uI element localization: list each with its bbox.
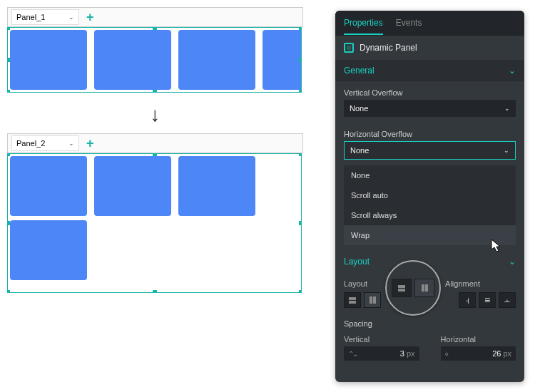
panel2-item[interactable] (10, 220, 87, 280)
panel2-item[interactable] (178, 156, 255, 216)
add-panel-button[interactable]: + (86, 12, 94, 22)
alignment-label: Alignment (445, 279, 480, 288)
layout-horizontal-button[interactable] (364, 292, 381, 308)
add-panel-button[interactable]: + (86, 138, 94, 148)
chevron-down-icon: ⌄ (68, 140, 74, 147)
dropdown-option-scroll-always[interactable]: Scroll always (344, 205, 516, 225)
tabs: Properties Events (335, 11, 524, 36)
properties-panel: Properties Events Dynamic Panel General … (335, 11, 524, 382)
panel2-header: Panel_2 ⌄ + (7, 133, 303, 153)
component-header: Dynamic Panel (335, 36, 524, 60)
panel1-item[interactable] (263, 30, 302, 90)
unit-label: px (407, 349, 415, 358)
chevron-down-icon: ⌄ (504, 105, 510, 112)
spacing-label: Spacing (344, 312, 516, 331)
arrow-down-icon: ↓ (7, 103, 303, 126)
align-middle-button[interactable]: ≡ (479, 292, 496, 308)
arrows-lr-icon: ‹ › (445, 350, 447, 358)
align-top-button[interactable]: ⫞ (459, 292, 476, 308)
h-overflow-dropdown: None Scroll auto Scroll always Wrap (344, 165, 516, 245)
section-layout-label: Layout (344, 257, 370, 267)
stepper-icon: ⌃⌄ (348, 350, 357, 358)
v-overflow-select[interactable]: None ⌄ (344, 100, 516, 117)
layout-vertical-button[interactable] (344, 292, 361, 308)
panel1-selection[interactable] (7, 27, 302, 93)
dropdown-option-wrap[interactable]: Wrap (344, 225, 516, 245)
chevron-down-icon: ⌄ (504, 147, 509, 154)
spacing-vertical-value: 3 (400, 349, 404, 358)
tab-properties[interactable]: Properties (344, 11, 383, 35)
panel1-select[interactable]: Panel_1 ⌄ (11, 9, 79, 25)
chevron-down-icon: ⌄ (68, 14, 74, 21)
chevron-down-icon: ⌄ (509, 257, 516, 267)
canvas-area: Panel_1 ⌄ + ↓ Panel_2 ⌄ + (7, 7, 314, 293)
spacing-horizontal-value: 26 (492, 349, 501, 358)
h-overflow-label: Horizontal Overflow (335, 123, 524, 141)
dropdown-option-scroll-auto[interactable]: Scroll auto (344, 185, 516, 205)
panel2-item[interactable] (94, 156, 171, 216)
spacing-vertical-input[interactable]: ⌃⌄ 3px (344, 346, 419, 361)
spacing-horizontal-label: Horizontal (441, 335, 516, 344)
panel2-select[interactable]: Panel_2 ⌄ (11, 135, 79, 151)
spacing-vertical-label: Vertical (344, 335, 419, 344)
layout-mode-group (344, 292, 381, 308)
v-overflow-label: Vertical Overflow (335, 81, 524, 100)
section-layout[interactable]: Layout ⌄ (335, 251, 524, 272)
tab-events[interactable]: Events (396, 11, 422, 35)
layout-label: Layout (344, 279, 367, 288)
panel1-item[interactable] (94, 30, 171, 90)
panel1-item[interactable] (178, 30, 255, 90)
align-bottom-button[interactable]: ⫠ (499, 292, 516, 308)
panel2-item[interactable] (10, 156, 87, 216)
component-name: Dynamic Panel (360, 43, 417, 53)
panel1-header: Panel_1 ⌄ + (7, 7, 303, 27)
dynamic-panel-icon (344, 43, 354, 53)
unit-label: px (503, 349, 511, 358)
panel1-name: Panel_1 (16, 13, 45, 21)
dropdown-option-none[interactable]: None (344, 165, 516, 185)
spacing-horizontal-input[interactable]: ‹ › 26px (441, 346, 516, 361)
alignment-group: ⫞ ≡ ⫠ (459, 292, 516, 308)
panel2-name: Panel_2 (16, 139, 45, 148)
chevron-down-icon: ⌄ (509, 66, 516, 76)
panel2-selection[interactable] (7, 153, 302, 293)
panel1-item[interactable] (10, 30, 87, 90)
h-overflow-select[interactable]: None ⌄ (344, 141, 516, 160)
section-general[interactable]: General ⌄ (335, 60, 524, 81)
h-overflow-value: None (350, 146, 369, 155)
section-general-label: General (344, 66, 374, 76)
v-overflow-value: None (350, 104, 368, 113)
